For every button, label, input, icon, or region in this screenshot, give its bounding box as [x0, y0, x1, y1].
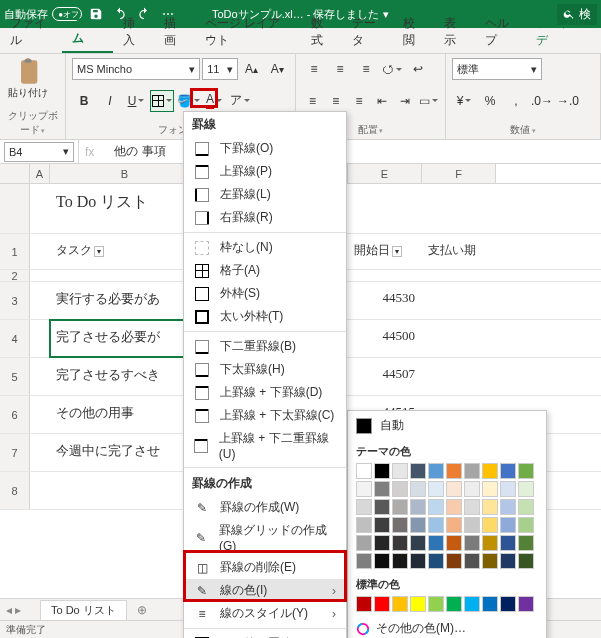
inc-decimal-icon[interactable]: .0→: [530, 90, 554, 112]
name-box[interactable]: B4▾: [4, 142, 74, 162]
grow-font-icon[interactable]: A▴: [240, 58, 264, 80]
align-center-icon[interactable]: ≡: [325, 90, 346, 112]
new-sheet-button[interactable]: ⊕: [131, 601, 153, 619]
color-swatch[interactable]: [446, 535, 462, 551]
mi-erase-border[interactable]: ◫罫線の削除(E): [184, 556, 346, 579]
color-swatch[interactable]: [428, 481, 444, 497]
row-header[interactable]: [0, 184, 30, 233]
color-swatch[interactable]: [356, 535, 372, 551]
color-swatch[interactable]: [518, 535, 534, 551]
shrink-font-icon[interactable]: A▾: [265, 58, 289, 80]
italic-button[interactable]: I: [98, 90, 122, 112]
color-swatch[interactable]: [500, 596, 516, 612]
color-swatch[interactable]: [464, 481, 480, 497]
currency-icon[interactable]: ¥: [452, 90, 476, 112]
row-header[interactable]: 5: [0, 358, 30, 395]
color-swatch[interactable]: [464, 596, 480, 612]
color-swatch[interactable]: [410, 596, 426, 612]
color-swatch[interactable]: [356, 463, 372, 479]
mi-thick-bottom[interactable]: 下太罫線(H): [184, 358, 346, 381]
row-header[interactable]: 8: [0, 472, 30, 509]
color-swatch[interactable]: [428, 463, 444, 479]
mi-draw-border[interactable]: ✎罫線の作成(W): [184, 496, 346, 519]
theme-swatches[interactable]: [348, 463, 546, 573]
color-swatch[interactable]: [482, 481, 498, 497]
color-swatch[interactable]: [482, 463, 498, 479]
mi-thick-outside[interactable]: 太い外枠(T): [184, 305, 346, 328]
tab-home[interactable]: ホーム: [62, 9, 113, 53]
border-button[interactable]: [150, 90, 174, 112]
mi-bottom-border[interactable]: 下罫線(O): [184, 137, 346, 160]
mi-double-bottom[interactable]: 下二重罫線(B): [184, 335, 346, 358]
table-cell[interactable]: 44500: [348, 320, 422, 357]
color-swatch[interactable]: [374, 481, 390, 497]
header-task[interactable]: タスク: [50, 234, 200, 269]
col-header[interactable]: B: [50, 164, 200, 183]
table-cell[interactable]: その他の用事: [50, 396, 200, 433]
color-swatch[interactable]: [410, 535, 426, 551]
color-swatch[interactable]: [428, 499, 444, 515]
sheet-tab[interactable]: To Do リスト: [40, 600, 127, 620]
table-cell[interactable]: 44507: [348, 358, 422, 395]
color-swatch[interactable]: [392, 596, 408, 612]
font-size-combo[interactable]: 11▾: [202, 58, 238, 80]
mi-top-double-bottom[interactable]: 上罫線 + 下二重罫線(U): [184, 427, 346, 464]
color-swatch[interactable]: [518, 481, 534, 497]
mi-more-borders[interactable]: その他の罫線(M)…: [184, 632, 346, 638]
color-swatch[interactable]: [464, 535, 480, 551]
indent-inc-icon[interactable]: ⇥: [395, 90, 416, 112]
mi-outside-border[interactable]: 外枠(S): [184, 282, 346, 305]
color-swatch[interactable]: [518, 517, 534, 533]
row-header[interactable]: 4: [0, 320, 30, 357]
color-swatch[interactable]: [500, 499, 516, 515]
tab-insert[interactable]: 挿入: [113, 11, 154, 53]
tab-tabledesign[interactable]: テーブル デ: [526, 11, 601, 53]
table-cell[interactable]: 今週中に完了させ: [50, 434, 200, 471]
color-swatch[interactable]: [482, 517, 498, 533]
col-header[interactable]: F: [422, 164, 496, 183]
color-swatch[interactable]: [374, 553, 390, 569]
mi-line-color[interactable]: ✎線の色(I): [184, 579, 346, 602]
color-swatch[interactable]: [374, 596, 390, 612]
underline-button[interactable]: U: [124, 90, 148, 112]
col-header[interactable]: A: [30, 164, 50, 183]
color-swatch[interactable]: [356, 596, 372, 612]
fill-color-button[interactable]: 🪣: [176, 90, 200, 112]
row-header[interactable]: 2: [0, 270, 30, 281]
color-swatch[interactable]: [500, 553, 516, 569]
comma-icon[interactable]: ,: [504, 90, 528, 112]
color-swatch[interactable]: [374, 463, 390, 479]
color-swatch[interactable]: [374, 499, 390, 515]
color-swatch[interactable]: [374, 535, 390, 551]
number-format-combo[interactable]: 標準▾: [452, 58, 542, 80]
color-swatch[interactable]: [482, 535, 498, 551]
color-auto[interactable]: 自動: [348, 411, 546, 440]
color-swatch[interactable]: [464, 517, 480, 533]
align-middle-icon[interactable]: ≡: [328, 58, 352, 80]
color-swatch[interactable]: [518, 499, 534, 515]
header-due[interactable]: 支払い期: [422, 234, 496, 269]
more-colors[interactable]: その他の色(M)…: [348, 616, 546, 638]
dec-decimal-icon[interactable]: →.0: [556, 90, 580, 112]
bold-button[interactable]: B: [72, 90, 96, 112]
color-swatch[interactable]: [410, 499, 426, 515]
merge-button[interactable]: ▭: [418, 90, 439, 112]
color-swatch[interactable]: [410, 481, 426, 497]
tab-file[interactable]: ファイル: [0, 11, 62, 53]
color-swatch[interactable]: [482, 553, 498, 569]
indent-dec-icon[interactable]: ⇤: [372, 90, 393, 112]
mi-all-borders[interactable]: 格子(A): [184, 259, 346, 282]
row-header[interactable]: 1: [0, 234, 30, 269]
tab-data[interactable]: データ: [342, 11, 393, 53]
row-header[interactable]: 7: [0, 434, 30, 471]
color-swatch[interactable]: [356, 499, 372, 515]
color-swatch[interactable]: [392, 481, 408, 497]
select-all-corner[interactable]: [0, 164, 30, 183]
color-swatch[interactable]: [446, 463, 462, 479]
tab-layout[interactable]: ページ レイアウト: [195, 11, 301, 53]
col-header[interactable]: E: [348, 164, 422, 183]
tab-formulas[interactable]: 数式: [301, 11, 342, 53]
color-swatch[interactable]: [410, 463, 426, 479]
color-swatch[interactable]: [392, 553, 408, 569]
paste-button[interactable]: 貼り付け: [6, 58, 50, 100]
